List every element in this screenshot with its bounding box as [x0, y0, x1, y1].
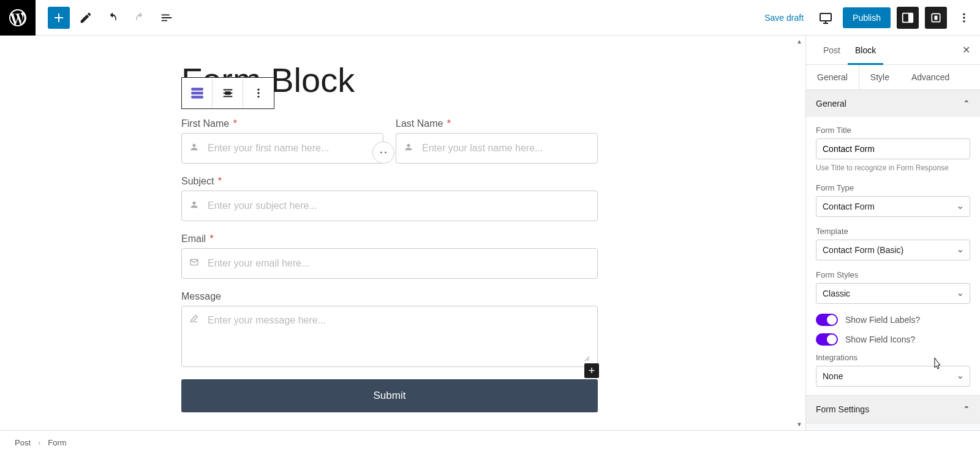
block-toolbar [181, 77, 274, 109]
integrations-label: Integrations [816, 353, 970, 362]
panel-general-title: General [816, 99, 846, 108]
form-type-select[interactable]: Contact Form [816, 196, 970, 217]
plugin-panel-button[interactable] [925, 7, 947, 29]
form-title-help: Use Title to recognize in Form Response [816, 163, 970, 173]
tab-post[interactable]: Post [816, 36, 848, 65]
user-icon [189, 200, 199, 212]
plugin-icon [930, 12, 942, 24]
add-block-button[interactable] [48, 7, 70, 29]
block-more-options-button[interactable] [243, 78, 274, 108]
undo-icon [106, 11, 119, 25]
svg-point-14 [257, 96, 259, 97]
subtab-advanced[interactable]: Advanced [900, 65, 960, 89]
first-name-field: First Name * [181, 118, 383, 164]
document-outline-button[interactable] [156, 7, 178, 29]
wordpress-logo[interactable] [0, 0, 36, 36]
envelope-icon [189, 257, 199, 270]
user-icon [189, 142, 199, 154]
form-styles-select[interactable]: Classic [816, 283, 970, 304]
drag-arrows-icon [379, 148, 388, 157]
undo-button[interactable] [102, 7, 124, 29]
block-type-button[interactable] [182, 78, 213, 108]
add-block-inline-button[interactable]: + [584, 363, 599, 378]
edit-mode-button[interactable] [75, 7, 97, 29]
integrations-select[interactable]: None [816, 366, 970, 387]
form-title-input[interactable] [816, 138, 970, 159]
show-field-labels-label: Show Field Labels? [845, 315, 920, 325]
email-field: Email * [181, 233, 598, 279]
panel-form-settings-title: Form Settings [816, 404, 869, 414]
settings-sidebar: Post Block ✕ General Style Advanced Gene… [805, 36, 980, 430]
email-input[interactable] [206, 257, 590, 270]
svg-point-13 [257, 92, 259, 94]
form-type-label: Form Type [816, 183, 970, 192]
panel-general-header[interactable]: General ⌃ [806, 90, 980, 117]
svg-point-5 [963, 17, 965, 18]
panel-form-settings-header[interactable]: Form Settings ⌃ [806, 396, 980, 423]
subject-input[interactable] [206, 200, 590, 212]
plus-icon [51, 10, 66, 25]
svg-point-4 [963, 13, 965, 15]
wordpress-logo-icon [9, 9, 26, 26]
svg-point-6 [963, 20, 965, 22]
subtab-general[interactable]: General [806, 65, 859, 89]
svg-point-12 [257, 89, 259, 91]
email-label: Email * [181, 233, 598, 244]
preview-button[interactable] [815, 7, 837, 29]
svg-rect-11 [225, 91, 230, 95]
subtab-style[interactable]: Style [859, 65, 900, 89]
align-icon [221, 86, 235, 100]
submit-button[interactable]: Submit [181, 379, 598, 412]
last-name-field: Last Name * [396, 118, 598, 164]
message-label: Message [181, 291, 598, 302]
breadcrumb-root[interactable]: Post [15, 438, 31, 447]
breadcrumb-current[interactable]: Form [48, 438, 66, 447]
subject-field: Subject * [181, 176, 598, 221]
template-select[interactable]: Contact Form (Basic) [816, 240, 970, 260]
editor-canvas[interactable]: ▲ Form Block First Name * Last Name * [0, 36, 805, 430]
chevron-up-icon: ⌃ [963, 404, 970, 414]
more-options-button[interactable] [953, 7, 975, 29]
kebab-icon [958, 12, 970, 24]
svg-rect-2 [908, 13, 913, 22]
svg-rect-9 [191, 92, 203, 94]
save-draft-button[interactable]: Save draft [760, 9, 809, 26]
svg-rect-0 [820, 13, 831, 21]
edit-icon [189, 314, 199, 326]
subject-label: Subject * [181, 176, 598, 187]
breadcrumb: Post › Form [0, 430, 980, 454]
form-title-label: Form Title [816, 126, 970, 135]
message-field: Message [181, 291, 598, 367]
last-name-label: Last Name * [396, 118, 598, 129]
form-styles-label: Form Styles [816, 270, 970, 279]
message-textarea[interactable] [206, 314, 590, 361]
outline-icon [160, 11, 173, 25]
last-name-input[interactable] [421, 142, 590, 154]
desktop-icon [818, 10, 833, 25]
kebab-icon [252, 87, 265, 99]
tab-block[interactable]: Block [848, 36, 883, 65]
scroll-down-indicator: ▼ [794, 421, 804, 428]
redo-button[interactable] [129, 7, 151, 29]
form-block-icon [189, 85, 205, 101]
breadcrumb-separator: › [38, 438, 40, 447]
show-field-icons-toggle[interactable] [816, 333, 838, 346]
redo-icon [133, 11, 146, 25]
template-label: Template [816, 227, 970, 236]
block-align-button[interactable] [213, 78, 243, 108]
show-field-icons-label: Show Field Icons? [845, 335, 915, 344]
user-icon [404, 142, 413, 154]
svg-rect-10 [191, 96, 203, 98]
scroll-up-indicator: ▲ [794, 38, 804, 45]
close-sidebar-button[interactable]: ✕ [962, 44, 970, 56]
svg-rect-8 [191, 88, 203, 90]
settings-toggle-button[interactable] [897, 7, 919, 29]
pencil-icon [79, 11, 92, 25]
first-name-input[interactable] [206, 142, 375, 154]
first-name-label: First Name * [181, 118, 383, 129]
show-field-labels-toggle[interactable] [816, 314, 838, 326]
column-drag-handle[interactable] [372, 142, 394, 164]
editor-topbar: Save draft Publish [0, 0, 980, 36]
publish-button[interactable]: Publish [843, 7, 891, 28]
chevron-up-icon: ⌃ [963, 99, 970, 108]
